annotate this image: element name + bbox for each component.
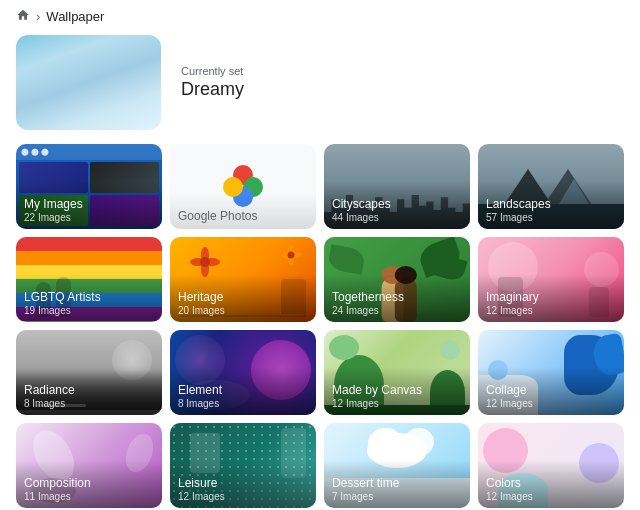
- grid-item-cityscapes[interactable]: Cityscapes 44 Images: [324, 144, 470, 229]
- home-icon[interactable]: [16, 8, 30, 25]
- grid-item-made-by-canvas[interactable]: Made by Canvas 12 Images: [324, 330, 470, 415]
- lgbtq-count: 19 Images: [24, 305, 154, 316]
- grid-item-landscapes[interactable]: Landscapes 57 Images: [478, 144, 624, 229]
- element-count: 8 Images: [178, 398, 308, 409]
- collage-overlay: Collage 12 Images: [478, 367, 624, 415]
- grid-item-google-photos[interactable]: Google Photos: [170, 144, 316, 229]
- dessert-time-count: 7 Images: [332, 491, 462, 502]
- colors-name: Colors: [486, 476, 616, 490]
- grid-item-radiance[interactable]: Radiance 8 Images: [16, 330, 162, 415]
- heritage-overlay: Heritage 20 Images: [170, 274, 316, 322]
- imaginary-overlay: Imaginary 12 Images: [478, 274, 624, 322]
- colors-count: 12 Images: [486, 491, 616, 502]
- collage-name: Collage: [486, 383, 616, 397]
- grid-item-colors[interactable]: Colors 12 Images: [478, 423, 624, 508]
- wallpaper-grid: ⬤ ⬤ ⬤ My Images 22 Images: [0, 144, 640, 508]
- current-wallpaper-thumbnail[interactable]: [16, 35, 161, 130]
- cityscapes-count: 44 Images: [332, 212, 462, 223]
- landscapes-overlay: Landscapes 57 Images: [478, 181, 624, 229]
- my-images-count: 22 Images: [24, 212, 154, 223]
- colors-overlay: Colors 12 Images: [478, 460, 624, 508]
- dessert-time-name: Dessert time: [332, 476, 462, 490]
- google-photos-overlay: Google Photos: [170, 193, 316, 229]
- landscapes-name: Landscapes: [486, 197, 616, 211]
- grid-item-my-images[interactable]: ⬤ ⬤ ⬤ My Images 22 Images: [16, 144, 162, 229]
- grid-item-collage[interactable]: Collage 12 Images: [478, 330, 624, 415]
- radiance-count: 8 Images: [24, 398, 154, 409]
- current-wallpaper-name: Dreamy: [181, 79, 244, 100]
- composition-name: Composition: [24, 476, 154, 490]
- leisure-name: Leisure: [178, 476, 308, 490]
- grid-item-togetherness[interactable]: Togetherness 24 Images: [324, 237, 470, 322]
- leisure-overlay: Leisure 12 Images: [170, 460, 316, 508]
- my-images-name: My Images: [24, 197, 154, 211]
- landscapes-count: 57 Images: [486, 212, 616, 223]
- element-name: Element: [178, 383, 308, 397]
- grid-item-element[interactable]: Element 8 Images: [170, 330, 316, 415]
- made-by-canvas-count: 12 Images: [332, 398, 462, 409]
- made-by-canvas-overlay: Made by Canvas 12 Images: [324, 367, 470, 415]
- heritage-name: Heritage: [178, 290, 308, 304]
- breadcrumb-page-title: Wallpaper: [46, 9, 104, 24]
- grid-item-imaginary[interactable]: Imaginary 12 Images: [478, 237, 624, 322]
- imaginary-count: 12 Images: [486, 305, 616, 316]
- cityscapes-overlay: Cityscapes 44 Images: [324, 181, 470, 229]
- grid-item-leisure[interactable]: Leisure 12 Images: [170, 423, 316, 508]
- radiance-overlay: Radiance 8 Images: [16, 367, 162, 415]
- element-overlay: Element 8 Images: [170, 367, 316, 415]
- grid-item-heritage[interactable]: Heritage 20 Images: [170, 237, 316, 322]
- cityscapes-name: Cityscapes: [332, 197, 462, 211]
- google-photos-name: Google Photos: [178, 209, 308, 223]
- grid-item-composition[interactable]: Composition 11 Images: [16, 423, 162, 508]
- imaginary-name: Imaginary: [486, 290, 616, 304]
- heritage-count: 20 Images: [178, 305, 308, 316]
- grid-item-lgbtq[interactable]: LGBTQ Artists 19 Images: [16, 237, 162, 322]
- breadcrumb-separator: ›: [36, 9, 40, 24]
- current-wallpaper-info: Currently set Dreamy: [181, 65, 244, 100]
- togetherness-name: Togetherness: [332, 290, 462, 304]
- leisure-count: 12 Images: [178, 491, 308, 502]
- lgbtq-name: LGBTQ Artists: [24, 290, 154, 304]
- composition-count: 11 Images: [24, 491, 154, 502]
- dessert-time-overlay: Dessert time 7 Images: [324, 460, 470, 508]
- current-wallpaper-section: Currently set Dreamy: [0, 31, 640, 144]
- togetherness-count: 24 Images: [332, 305, 462, 316]
- my-images-overlay: My Images 22 Images: [16, 181, 162, 229]
- grid-item-dessert-time[interactable]: Dessert time 7 Images: [324, 423, 470, 508]
- collage-count: 12 Images: [486, 398, 616, 409]
- currently-set-label: Currently set: [181, 65, 244, 77]
- lgbtq-overlay: LGBTQ Artists 19 Images: [16, 274, 162, 322]
- breadcrumb: › Wallpaper: [0, 0, 640, 31]
- composition-overlay: Composition 11 Images: [16, 460, 162, 508]
- radiance-name: Radiance: [24, 383, 154, 397]
- togetherness-overlay: Togetherness 24 Images: [324, 274, 470, 322]
- made-by-canvas-name: Made by Canvas: [332, 383, 462, 397]
